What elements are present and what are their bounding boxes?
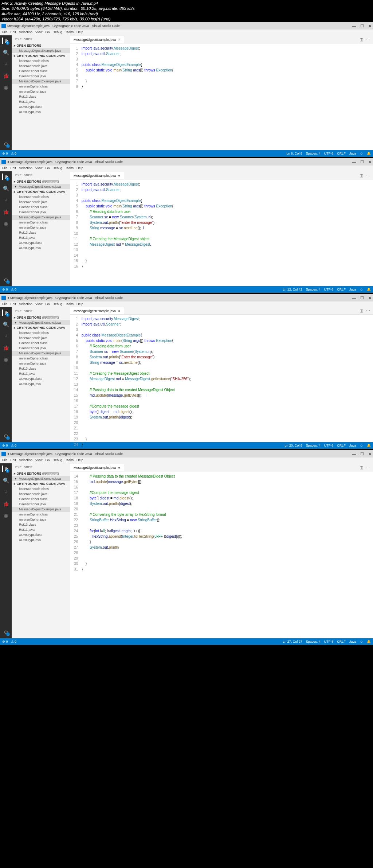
maximize-button[interactable]: ☐ <box>360 160 364 164</box>
file-item[interactable]: reverseCipher.class <box>12 84 70 89</box>
menu-item[interactable]: Edit <box>11 30 16 35</box>
close-icon[interactable]: × <box>118 38 120 42</box>
menu-item[interactable]: View <box>35 30 42 35</box>
ext-icon[interactable]: ▦ <box>3 220 9 227</box>
gear-icon[interactable]: ⚙1 <box>3 277 9 283</box>
file-item[interactable]: CaesarCipher.java <box>12 210 70 215</box>
menu-item[interactable]: File <box>2 30 8 35</box>
menu-item[interactable]: Help <box>76 166 83 171</box>
errors-count[interactable]: ⊘ 0 <box>2 640 8 643</box>
code-content[interactable]: // Passing data to the created MessageDi… <box>82 474 373 638</box>
menu-item[interactable]: Edit <box>11 302 16 307</box>
git-icon[interactable]: ⑂ <box>3 61 9 67</box>
file-item[interactable]: MessageDigestExample.java <box>12 215 70 220</box>
code-editor[interactable]: 12345678 import java.security.MessageDig… <box>70 44 373 150</box>
file-item[interactable]: CaesarCipher.class <box>12 205 70 210</box>
project-header[interactable]: ▸ CRYPTOGRAPHIC-CODE-JAVA <box>12 189 70 194</box>
eol[interactable]: CRLF <box>337 288 346 291</box>
menu-item[interactable]: File <box>2 166 8 171</box>
maximize-button[interactable]: ☐ <box>360 452 364 456</box>
open-editor-item[interactable]: MessageDigestExample.java <box>12 48 70 53</box>
menu-item[interactable]: File <box>2 458 8 463</box>
file-item[interactable]: CaesarCipher.class <box>12 340 70 346</box>
tab[interactable]: MessageDigestExample.java× <box>70 36 124 43</box>
language[interactable]: Java <box>349 640 356 643</box>
menu-item[interactable]: Tasks <box>65 166 74 171</box>
split-icon[interactable]: ◫ <box>360 465 363 470</box>
file-item[interactable]: Rot13.java <box>12 99 70 104</box>
file-item[interactable]: XORCrypt.class <box>12 376 70 381</box>
open-editors-header[interactable]: ▸ OPEN EDITORS 1 UNSAVED <box>12 179 70 184</box>
more-icon[interactable]: ⋯ <box>366 173 370 178</box>
more-icon[interactable]: ⋯ <box>366 465 370 470</box>
file-item[interactable]: base64encode.java <box>12 199 70 205</box>
file-item[interactable]: base64encode.java <box>12 63 70 69</box>
minimize-button[interactable]: — <box>352 160 356 164</box>
cursor-position[interactable]: Ln 12, Col 42 <box>283 288 302 291</box>
tab[interactable]: MessageDigestExample.java● <box>70 464 124 471</box>
bell-icon[interactable]: 🔔 <box>367 640 371 643</box>
file-item[interactable]: XORCrypt.class <box>12 104 70 109</box>
menu-item[interactable]: Selection <box>19 30 32 35</box>
cursor-position[interactable]: Ln 6, Col 9 <box>286 152 302 155</box>
menu-item[interactable]: Selection <box>19 458 32 463</box>
file-item[interactable]: reverseCipher.java <box>12 89 70 94</box>
ext-icon[interactable]: ▦ <box>3 84 9 91</box>
menu-item[interactable]: Selection <box>19 166 32 171</box>
eol[interactable]: CRLF <box>337 152 346 155</box>
bell-icon[interactable]: 🔔 <box>367 288 371 291</box>
search-icon[interactable]: 🔍 <box>3 49 9 56</box>
open-editor-item[interactable]: MessageDigestExample.java <box>12 320 70 325</box>
menu-item[interactable]: Debug <box>52 30 62 35</box>
minimize-button[interactable]: — <box>352 24 356 28</box>
menu-item[interactable]: Tasks <box>65 458 74 463</box>
cursor-position[interactable]: Ln 27, Col 27 <box>283 640 302 643</box>
menu-item[interactable]: Debug <box>52 458 62 463</box>
file-item[interactable]: base64encode.java <box>12 491 70 497</box>
spaces[interactable]: Spaces: 4 <box>306 288 321 291</box>
code-editor[interactable]: 12345678910111213141516 import java.secu… <box>70 180 373 286</box>
open-editor-item[interactable]: MessageDigestExample.java <box>12 184 70 189</box>
file-item[interactable]: Rot13.class <box>12 522 70 527</box>
project-header[interactable]: ▸ CRYPTOGRAPHIC-CODE-JAVA <box>12 53 70 58</box>
modified-dot[interactable]: ● <box>118 466 120 470</box>
open-editor-item[interactable]: MessageDigestExample.java <box>12 476 70 481</box>
open-editors-header[interactable]: ▸ OPEN EDITORS 1 UNSAVED <box>12 315 70 320</box>
search-icon[interactable]: 🔍 <box>3 185 9 192</box>
file-item[interactable]: reverseCipher.class <box>12 356 70 361</box>
more-icon[interactable]: ⋯ <box>366 37 370 42</box>
gear-icon[interactable]: ⚙1 <box>3 141 9 147</box>
feedback-icon[interactable]: ☺ <box>360 152 363 155</box>
language[interactable]: Java <box>349 152 356 155</box>
split-icon[interactable]: ◫ <box>360 37 363 42</box>
spaces[interactable]: Spaces: 4 <box>306 152 321 155</box>
file-item[interactable]: XORCrypt.class <box>12 532 70 537</box>
open-editors-header[interactable]: ▸ OPEN EDITORS <box>12 43 70 48</box>
file-item[interactable]: Rot13.java <box>12 235 70 240</box>
maximize-button[interactable]: ☐ <box>360 24 364 28</box>
file-item[interactable]: XORCrypt.java <box>12 109 70 114</box>
modified-dot[interactable]: ● <box>118 174 120 178</box>
menu-item[interactable]: View <box>35 302 42 307</box>
close-button[interactable]: ✕ <box>368 24 372 28</box>
menu-item[interactable]: Help <box>76 302 83 307</box>
menu-item[interactable]: Tasks <box>65 302 74 307</box>
code-content[interactable]: import java.security.MessageDigest;impor… <box>82 46 373 150</box>
search-icon[interactable]: 🔍 <box>3 477 9 484</box>
file-item[interactable]: base64encode.class <box>12 330 70 335</box>
warnings-count[interactable]: ⚠ 0 <box>11 640 17 643</box>
file-item[interactable]: MessageDigestExample.java <box>12 79 70 84</box>
debug-icon[interactable]: 🐞 <box>3 209 9 215</box>
maximize-button[interactable]: ☐ <box>360 296 364 300</box>
menu-item[interactable]: Help <box>76 30 83 35</box>
file-item[interactable]: Rot13.class <box>12 230 70 235</box>
code-content[interactable]: import java.security.MessageDigest;impor… <box>82 182 373 286</box>
file-item[interactable]: CaesarCipher.class <box>12 69 70 74</box>
menu-item[interactable]: Debug <box>52 302 62 307</box>
debug-icon[interactable]: 🐞 <box>3 501 9 507</box>
open-editors-header[interactable]: ▸ OPEN EDITORS 1 UNSAVED <box>12 471 70 476</box>
file-item[interactable]: CaesarCipher.java <box>12 74 70 79</box>
close-button[interactable]: ✕ <box>368 452 372 456</box>
menu-item[interactable]: Edit <box>11 166 16 171</box>
code-content[interactable]: import java.security.MessageDigest;impor… <box>82 316 373 447</box>
